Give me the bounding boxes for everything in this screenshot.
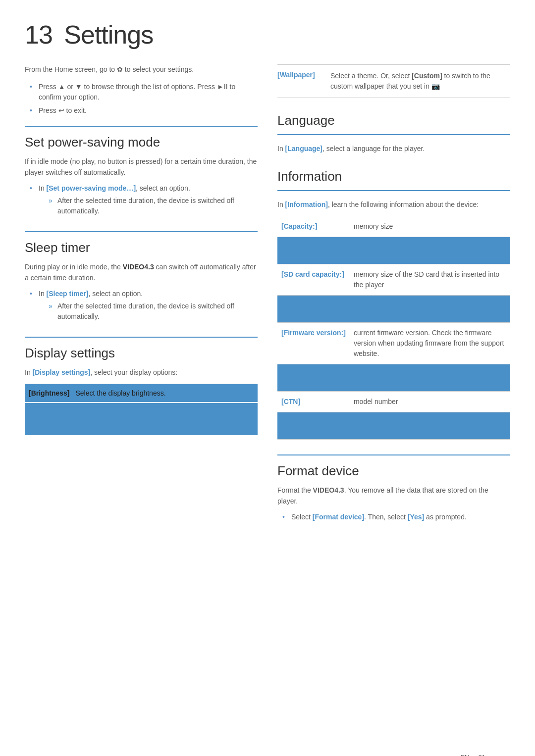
- set-power-saving-bullets: In [Set power-saving mode…], select an o…: [25, 183, 258, 216]
- information-intro: In [Information], learn the following in…: [277, 199, 510, 210]
- set-power-saving-sub-1: After the selected time duration, the de…: [49, 196, 258, 216]
- display-settings-intro: In [Display settings], select your displ…: [25, 367, 258, 378]
- sleep-timer-bullet-1: In [Sleep timer], select an option. Afte…: [30, 289, 258, 322]
- page-num-value: 21: [479, 754, 485, 756]
- wallpaper-custom-bold: [Custom]: [412, 72, 442, 80]
- brightness-blue-bar: [25, 403, 258, 435]
- language-divider: [277, 134, 510, 135]
- section-divider-1: [25, 126, 258, 127]
- wallpaper-label: [Wallpaper]: [277, 71, 324, 92]
- set-power-saving-title: Set power-saving mode: [25, 135, 258, 150]
- language-section: Language In [Language], select a languag…: [277, 113, 510, 154]
- ctn-label: [CTN]: [277, 391, 350, 412]
- brightness-text: Select the display brightness.: [75, 389, 165, 397]
- information-title: Information: [277, 169, 510, 184]
- format-device-body: Format the VIDEO4.3. You remove all the …: [277, 485, 510, 507]
- right-column: [Wallpaper] Select a theme. Or, select […: [277, 64, 510, 537]
- brightness-container: [Brightness] Select the display brightne…: [25, 384, 258, 435]
- firmware-value: current firmware version. Check the firm…: [350, 322, 510, 364]
- intro-bullet-2: Press ↩ to exit.: [30, 105, 258, 116]
- capacity-label: [Capacity:]: [277, 216, 350, 237]
- page-number: EN 21: [460, 754, 485, 756]
- display-settings-link: [Display settings]: [33, 368, 91, 376]
- intro-text: From the Home screen, go to ✿ to select …: [25, 64, 258, 75]
- sdcard-value: memory size of the SD card that is inser…: [350, 264, 510, 295]
- set-power-saving-link: [Set power-saving mode…]: [47, 184, 136, 192]
- table-row-blue-2: [277, 295, 510, 322]
- set-power-saving-section: Set power-saving mode If in idle mode (n…: [25, 126, 258, 216]
- firmware-label: [Firmware version:]: [277, 322, 350, 364]
- wallpaper-section: [Wallpaper] Select a theme. Or, select […: [277, 64, 510, 98]
- table-row-blue-3: [277, 364, 510, 391]
- language-code: EN: [460, 754, 469, 756]
- sleep-timer-sub-bullets: After the selected time duration, the de…: [39, 301, 258, 322]
- wallpaper-text: Select a theme. Or, select [Custom] to s…: [330, 71, 510, 92]
- brightness-row: [Brightness] Select the display brightne…: [25, 384, 258, 402]
- sleep-timer-section: Sleep timer During play or in idle mode,…: [25, 231, 258, 322]
- sleep-timer-title: Sleep timer: [25, 240, 258, 255]
- table-row-ctn: [CTN] model number: [277, 391, 510, 412]
- set-power-saving-bullet-1: In [Set power-saving mode…], select an o…: [30, 183, 258, 216]
- table-row-sdcard: [SD card capacity:] memory size of the S…: [277, 264, 510, 295]
- intro-bullet-list: Press ▲ or ▼ to browse through the list …: [25, 82, 258, 116]
- information-table: [Capacity:] memory size [SD card capacit…: [277, 216, 510, 440]
- brightness-label: [Brightness]: [29, 389, 69, 397]
- capacity-value: memory size: [350, 216, 510, 237]
- table-row-blue-1: [277, 237, 510, 264]
- sleep-timer-link: [Sleep timer]: [47, 290, 89, 298]
- information-link: [Information]: [285, 201, 328, 208]
- section-divider-2: [25, 231, 258, 232]
- display-settings-title: Display settings: [25, 346, 258, 361]
- format-device-section: Format device Format the VIDEO4.3. You r…: [277, 454, 510, 522]
- language-link: [Language]: [285, 145, 322, 152]
- ctn-value: model number: [350, 391, 510, 412]
- format-yes-link: [Yes]: [408, 513, 424, 521]
- language-title: Language: [277, 113, 510, 128]
- format-device-link: [Format device]: [313, 513, 364, 521]
- sleep-timer-body: During play or in idle mode, the VIDEO4.…: [25, 261, 258, 284]
- display-settings-section: Display settings In [Display settings], …: [25, 337, 258, 435]
- sleep-timer-sub-1: After the selected time duration, the de…: [49, 301, 258, 322]
- page-title: 13 Settings: [25, 20, 510, 50]
- format-device-product-name: VIDEO4.3: [313, 486, 344, 494]
- table-row-capacity: [Capacity:] memory size: [277, 216, 510, 237]
- format-device-title: Format device: [277, 463, 510, 479]
- format-device-bullets: Select [Format device]. Then, select [Ye…: [277, 512, 510, 522]
- information-section: Information In [Information], learn the …: [277, 169, 510, 439]
- table-row-firmware: [Firmware version:] current firmware ver…: [277, 322, 510, 364]
- intro-bullet-1: Press ▲ or ▼ to browse through the list …: [30, 82, 258, 102]
- sleep-timer-product-name: VIDEO4.3: [123, 263, 154, 271]
- left-column: From the Home screen, go to ✿ to select …: [25, 64, 258, 537]
- section-divider-3: [25, 337, 258, 338]
- format-device-bullet-1: Select [Format device]. Then, select [Ye…: [282, 512, 510, 522]
- sdcard-label: [SD card capacity:]: [277, 264, 350, 295]
- set-power-saving-body: If in idle mode (no play, no button is p…: [25, 156, 258, 178]
- format-device-divider: [277, 454, 510, 455]
- sleep-timer-bullets: In [Sleep timer], select an option. Afte…: [25, 289, 258, 322]
- information-divider: [277, 190, 510, 191]
- set-power-saving-sub-bullets: After the selected time duration, the de…: [39, 196, 258, 216]
- table-row-blue-4: [277, 412, 510, 439]
- language-body: In [Language], select a language for the…: [277, 143, 510, 154]
